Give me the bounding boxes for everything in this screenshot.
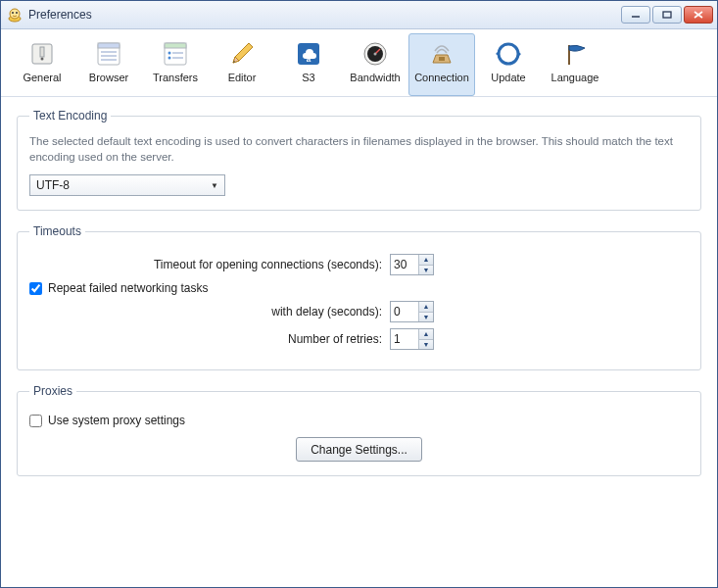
tab-s3[interactable]: a S3 — [275, 33, 342, 96]
close-button[interactable] — [684, 6, 713, 24]
repeat-checkbox[interactable] — [29, 282, 42, 295]
delay-spinner[interactable]: 0 ▲▼ — [390, 301, 434, 322]
spinner-up-icon[interactable]: ▲ — [419, 302, 433, 313]
svg-point-18 — [168, 57, 171, 60]
content-area: Text Encoding The selected default text … — [1, 97, 717, 587]
repeat-checkbox-label[interactable]: Repeat failed networking tasks — [29, 281, 208, 295]
svg-text:a: a — [307, 55, 311, 64]
retries-spinner[interactable]: 1 ▲▼ — [390, 328, 434, 350]
maximize-button[interactable] — [652, 6, 682, 24]
tab-label: S3 — [302, 72, 314, 83]
tab-label: Transfers — [153, 72, 198, 83]
svg-rect-5 — [663, 12, 671, 18]
delay-label: with delay (seconds): — [29, 305, 390, 318]
system-proxy-checkbox-label[interactable]: Use system proxy settings — [29, 414, 185, 427]
transfers-icon — [160, 38, 191, 70]
change-settings-button[interactable]: Change Settings... — [296, 437, 422, 462]
svg-point-8 — [41, 58, 44, 61]
repeat-label-text: Repeat failed networking tasks — [48, 281, 208, 295]
proxies-legend: Proxies — [29, 384, 76, 398]
spinner-down-icon[interactable]: ▼ — [419, 313, 433, 322]
text-encoding-description: The selected default text encoding is us… — [29, 134, 689, 165]
system-proxy-checkbox[interactable] — [29, 415, 42, 427]
s3-icon: a — [293, 38, 324, 70]
encoding-select[interactable]: UTF-8 ▼ — [29, 174, 225, 196]
window-controls — [621, 6, 713, 24]
minimize-button[interactable] — [621, 6, 650, 24]
preferences-toolbar: General Browser Transfers Editor a S3 — [1, 29, 717, 97]
tab-editor[interactable]: Editor — [209, 33, 275, 96]
tab-label: Bandwidth — [350, 72, 400, 83]
retries-label: Number of retries: — [29, 332, 390, 346]
timeout-label: Timeout for opening connections (seconds… — [29, 258, 390, 271]
titlebar: Preferences — [1, 1, 717, 29]
pencil-icon — [226, 38, 258, 70]
spinner-down-icon[interactable]: ▼ — [419, 266, 433, 275]
tab-update[interactable]: Update — [475, 33, 542, 96]
system-proxy-label-text: Use system proxy settings — [48, 414, 185, 427]
tab-browser[interactable]: Browser — [75, 33, 142, 96]
svg-point-2 — [12, 12, 14, 14]
tab-transfers[interactable]: Transfers — [142, 33, 209, 96]
proxies-group: Proxies Use system proxy settings Change… — [17, 384, 701, 476]
tab-general[interactable]: General — [9, 33, 75, 96]
svg-rect-15 — [165, 43, 186, 48]
gauge-icon — [359, 38, 391, 70]
text-encoding-group: Text Encoding The selected default text … — [17, 109, 701, 211]
retries-value: 1 — [391, 329, 418, 349]
spinner-up-icon[interactable]: ▲ — [419, 255, 433, 266]
tab-label: Language — [551, 72, 599, 83]
svg-point-30 — [499, 44, 518, 64]
spinner-down-icon[interactable]: ▼ — [419, 340, 433, 350]
timeouts-group: Timeouts Timeout for opening connections… — [17, 224, 701, 370]
spinner-up-icon[interactable]: ▲ — [419, 329, 433, 340]
svg-rect-10 — [98, 43, 120, 48]
svg-point-28 — [374, 53, 377, 56]
svg-point-1 — [10, 9, 20, 19]
svg-rect-29 — [439, 57, 445, 61]
flag-icon — [559, 38, 591, 70]
tab-language[interactable]: Language — [542, 33, 608, 96]
svg-point-16 — [168, 52, 171, 55]
timeouts-legend: Timeouts — [29, 224, 85, 238]
switch-icon — [26, 38, 58, 70]
tab-connection[interactable]: Connection — [408, 33, 475, 96]
delay-value: 0 — [391, 302, 418, 321]
timeout-value: 30 — [391, 255, 418, 274]
tab-label: General — [23, 72, 61, 83]
svg-rect-7 — [40, 47, 44, 57]
tab-label: Update — [491, 72, 525, 83]
app-icon — [7, 7, 23, 23]
text-encoding-legend: Text Encoding — [29, 109, 111, 122]
preferences-window: Preferences General Browser — [0, 0, 718, 588]
chevron-down-icon: ▼ — [211, 181, 218, 190]
list-icon — [93, 38, 124, 70]
timeout-spinner[interactable]: 30 ▲▼ — [390, 254, 434, 275]
tab-label: Browser — [89, 72, 128, 83]
encoding-value: UTF-8 — [36, 178, 70, 192]
tab-label: Connection — [414, 72, 469, 83]
tab-bandwidth[interactable]: Bandwidth — [342, 33, 408, 96]
tab-label: Editor — [228, 72, 257, 83]
svg-point-3 — [16, 12, 18, 14]
window-title: Preferences — [28, 8, 621, 22]
connection-icon — [426, 38, 457, 70]
refresh-icon — [493, 38, 524, 70]
